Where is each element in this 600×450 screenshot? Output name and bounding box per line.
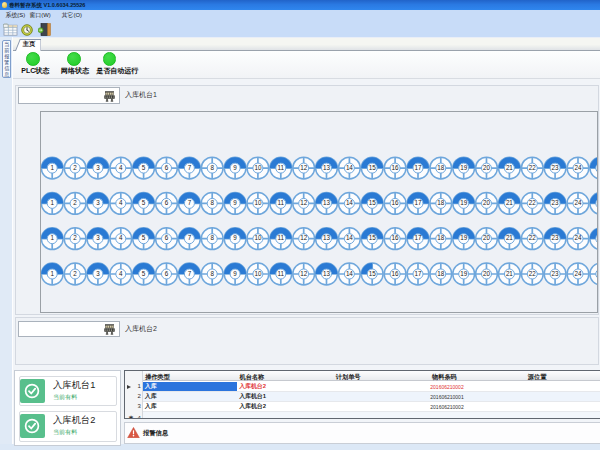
svg-text:6: 6 <box>165 270 169 277</box>
svg-text:15: 15 <box>369 199 376 206</box>
svg-text:17: 17 <box>415 270 422 277</box>
svg-text:19: 19 <box>460 199 467 206</box>
svg-text:14: 14 <box>346 199 353 206</box>
svg-text:11: 11 <box>278 235 285 242</box>
svg-text:1: 1 <box>51 235 55 242</box>
svg-text:21: 21 <box>506 199 513 206</box>
svg-text:23: 23 <box>552 164 559 171</box>
svg-text:6: 6 <box>165 199 169 206</box>
svg-text:6: 6 <box>165 235 169 242</box>
svg-text:10: 10 <box>255 270 262 277</box>
svg-text:20: 20 <box>483 199 490 206</box>
svg-text:22: 22 <box>529 235 536 242</box>
svg-text:7: 7 <box>188 235 192 242</box>
svg-text:8: 8 <box>211 199 215 206</box>
svg-text:7: 7 <box>188 270 192 277</box>
svg-text:3: 3 <box>96 164 100 171</box>
svg-text:13: 13 <box>323 270 330 277</box>
svg-text:15: 15 <box>369 164 376 171</box>
svg-text:20: 20 <box>483 235 490 242</box>
svg-text:24: 24 <box>575 270 582 277</box>
svg-text:13: 13 <box>323 235 330 242</box>
svg-text:23: 23 <box>552 199 559 206</box>
svg-text:16: 16 <box>392 199 399 206</box>
svg-text:2: 2 <box>74 235 78 242</box>
svg-text:1: 1 <box>51 164 55 171</box>
svg-text:16: 16 <box>392 270 399 277</box>
svg-text:11: 11 <box>278 270 285 277</box>
svg-text:22: 22 <box>529 199 536 206</box>
svg-text:25: 25 <box>598 235 599 242</box>
svg-text:14: 14 <box>346 235 353 242</box>
svg-text:23: 23 <box>552 235 559 242</box>
svg-text:2: 2 <box>74 270 78 277</box>
svg-text:21: 21 <box>506 235 513 242</box>
svg-text:3: 3 <box>96 270 100 277</box>
svg-text:9: 9 <box>234 199 238 206</box>
svg-text:10: 10 <box>255 235 262 242</box>
svg-text:23: 23 <box>552 270 559 277</box>
svg-text:11: 11 <box>278 164 285 171</box>
svg-text:19: 19 <box>460 270 467 277</box>
svg-text:8: 8 <box>211 270 215 277</box>
svg-text:11: 11 <box>278 199 285 206</box>
svg-text:18: 18 <box>438 270 445 277</box>
svg-text:12: 12 <box>300 235 307 242</box>
svg-text:8: 8 <box>211 235 215 242</box>
svg-text:14: 14 <box>346 270 353 277</box>
svg-text:20: 20 <box>483 270 490 277</box>
svg-text:4: 4 <box>119 164 123 171</box>
svg-text:14: 14 <box>346 164 353 171</box>
svg-text:5: 5 <box>142 164 146 171</box>
svg-text:7: 7 <box>188 199 192 206</box>
svg-text:17: 17 <box>415 164 422 171</box>
svg-text:8: 8 <box>211 164 215 171</box>
svg-text:3: 3 <box>96 199 100 206</box>
svg-text:12: 12 <box>300 270 307 277</box>
svg-text:5: 5 <box>142 270 146 277</box>
svg-text:4: 4 <box>119 235 123 242</box>
svg-text:25: 25 <box>598 270 599 277</box>
svg-text:13: 13 <box>323 199 330 206</box>
svg-text:1: 1 <box>51 270 55 277</box>
svg-text:17: 17 <box>415 199 422 206</box>
svg-text:4: 4 <box>119 199 123 206</box>
svg-text:9: 9 <box>234 235 238 242</box>
svg-text:19: 19 <box>460 235 467 242</box>
svg-text:10: 10 <box>255 199 262 206</box>
svg-text:12: 12 <box>300 164 307 171</box>
svg-text:24: 24 <box>575 164 582 171</box>
svg-text:17: 17 <box>415 235 422 242</box>
svg-text:5: 5 <box>142 235 146 242</box>
svg-text:24: 24 <box>575 235 582 242</box>
svg-text:19: 19 <box>460 164 467 171</box>
svg-text:5: 5 <box>142 199 146 206</box>
svg-text:18: 18 <box>438 164 445 171</box>
svg-text:9: 9 <box>234 270 238 277</box>
svg-text:20: 20 <box>483 164 490 171</box>
svg-text:2: 2 <box>74 199 78 206</box>
svg-text:13: 13 <box>323 164 330 171</box>
svg-text:21: 21 <box>506 164 513 171</box>
svg-text:21: 21 <box>506 270 513 277</box>
svg-text:24: 24 <box>575 199 582 206</box>
svg-text:2: 2 <box>74 164 78 171</box>
svg-text:22: 22 <box>529 270 536 277</box>
svg-text:12: 12 <box>300 199 307 206</box>
svg-text:16: 16 <box>392 235 399 242</box>
svg-text:3: 3 <box>96 235 100 242</box>
svg-text:22: 22 <box>529 164 536 171</box>
svg-text:25: 25 <box>598 199 599 206</box>
svg-text:10: 10 <box>255 164 262 171</box>
svg-text:7: 7 <box>188 164 192 171</box>
svg-text:18: 18 <box>438 199 445 206</box>
svg-text:4: 4 <box>119 270 123 277</box>
svg-text:16: 16 <box>392 164 399 171</box>
svg-text:15: 15 <box>369 235 376 242</box>
svg-text:1: 1 <box>51 199 55 206</box>
svg-text:9: 9 <box>234 164 238 171</box>
svg-text:25: 25 <box>598 164 599 171</box>
svg-text:18: 18 <box>438 235 445 242</box>
svg-text:6: 6 <box>165 164 169 171</box>
svg-text:15: 15 <box>369 270 376 277</box>
